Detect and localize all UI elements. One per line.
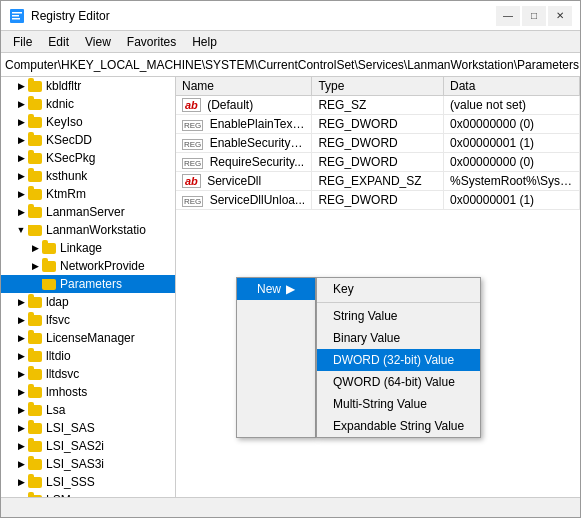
folder-icon [27,420,43,436]
folder-icon [41,240,57,256]
tree-item[interactable]: ▶ lltdio [1,347,175,365]
submenu-expandable-string-value[interactable]: Expandable String Value [317,415,480,437]
row-name: REG EnablePlainText... [176,115,312,134]
tree-item[interactable]: ▶ NetworkProvide [1,257,175,275]
submenu-binary-value[interactable]: Binary Value [317,327,480,349]
row-data: 0x00000000 (0) [444,153,580,172]
submenu: Key String Value Binary Value DWORD (32-… [316,277,481,438]
tree-item-label: LanmanWorkstatio [46,223,146,237]
table-row[interactable]: ab ServiceDll REG_EXPAND_SZ %SystemRoot%… [176,172,580,191]
expand-arrow: ▶ [15,422,27,434]
table-row[interactable]: REG RequireSecurity... REG_DWORD 0x00000… [176,153,580,172]
tree-item[interactable]: ▶ KSecDD [1,131,175,149]
tree-item[interactable]: ▶ lmhosts [1,383,175,401]
tree-item-label: lltdsvc [46,367,79,381]
expand-arrow: ▶ [15,170,27,182]
submenu-separator [317,302,480,303]
col-name[interactable]: Name [176,77,312,96]
folder-icon [41,258,57,274]
tree-item[interactable]: ▶ ldap [1,293,175,311]
window-controls: — □ ✕ [496,6,572,26]
col-data[interactable]: Data [444,77,580,96]
submenu-dword-value[interactable]: DWORD (32-bit) Value [317,349,480,371]
expand-arrow: ▶ [15,152,27,164]
submenu-qword-value[interactable]: QWORD (64-bit) Value [317,371,480,393]
tree-item[interactable]: ▶ KtmRm [1,185,175,203]
tree-item-label: Lsa [46,403,65,417]
menu-file[interactable]: File [5,33,40,51]
tree-item[interactable]: ▶ LSI_SAS [1,419,175,437]
tree-item-selected[interactable]: ▶ Parameters [1,275,175,293]
row-data: 0x00000001 (1) [444,134,580,153]
table-row[interactable]: REG EnablePlainText... REG_DWORD 0x00000… [176,115,580,134]
svg-rect-2 [12,15,19,17]
menu-view[interactable]: View [77,33,119,51]
expand-arrow: ▶ [15,458,27,470]
tree-item[interactable]: ▶ LanmanServer [1,203,175,221]
submenu-multi-string-value[interactable]: Multi-String Value [317,393,480,415]
tree-item-label: LSI_SAS [46,421,95,435]
tree-item[interactable]: ▶ Lsa [1,401,175,419]
row-type: REG_EXPAND_SZ [312,172,444,191]
tree-item-label: lmhosts [46,385,87,399]
tree-item-label: LanmanServer [46,205,125,219]
context-menu-new[interactable]: New ▶ [237,278,315,300]
tree-item[interactable]: ▶ ksthunk [1,167,175,185]
folder-icon [27,402,43,418]
table-row[interactable]: REG EnableSecuritySi... REG_DWORD 0x0000… [176,134,580,153]
tree-item-label: ksthunk [46,169,87,183]
submenu-string-value[interactable]: String Value [317,305,480,327]
registry-editor-window: Registry Editor — □ ✕ File Edit View Fav… [0,0,581,518]
row-name: REG EnableSecuritySi... [176,134,312,153]
menu-help[interactable]: Help [184,33,225,51]
row-data: 0x00000000 (0) [444,115,580,134]
folder-icon [27,78,43,94]
tree-item[interactable]: ▶ LSI_SAS3i [1,455,175,473]
tree-item[interactable]: ▶ kbldfltr [1,77,175,95]
table-row[interactable]: REG ServiceDllUnloa... REG_DWORD 0x00000… [176,191,580,210]
tree-item[interactable]: ▶ lltdsvc [1,365,175,383]
tree-item-label: LSI_SSS [46,475,95,489]
expand-arrow: ▶ [15,350,27,362]
expand-arrow: ▶ [15,404,27,416]
menu-favorites[interactable]: Favorites [119,33,184,51]
svg-rect-3 [12,18,20,20]
menu-edit[interactable]: Edit [40,33,77,51]
menu-bar: File Edit View Favorites Help [1,31,580,53]
folder-icon [27,366,43,382]
maximize-button[interactable]: □ [522,6,546,26]
expand-arrow: ▶ [15,440,27,452]
tree-pane[interactable]: ▶ kbldfltr ▶ kdnic ▶ KeyIso ▶ KSecDD ▶ [1,77,176,497]
tree-item[interactable]: ▶ kdnic [1,95,175,113]
folder-icon [27,330,43,346]
status-bar [1,497,580,517]
registry-table: Name Type Data ab (Default) REG_SZ [176,77,580,210]
expand-arrow: ▶ [15,80,27,92]
tree-item-label: ldap [46,295,69,309]
tree-item[interactable]: ▶ KeyIso [1,113,175,131]
tree-item[interactable]: ▶ LSI_SAS2i [1,437,175,455]
tree-item[interactable]: ▶ KSecPkg [1,149,175,167]
folder-icon [27,132,43,148]
tree-item[interactable]: ▶ lfsvc [1,311,175,329]
tree-item-label: NetworkProvide [60,259,145,273]
submenu-key[interactable]: Key [317,278,480,300]
expand-arrow: ▶ [29,260,41,272]
context-menu-container: New ▶ Key String Value Binary Value DWOR… [236,277,481,438]
tree-item[interactable]: ▼ LanmanWorkstatio [1,221,175,239]
tree-item[interactable]: ▶ Linkage [1,239,175,257]
minimize-button[interactable]: — [496,6,520,26]
col-type[interactable]: Type [312,77,444,96]
row-data: %SystemRoot%\System32 [444,172,580,191]
tree-item[interactable]: ▶ LicenseManager [1,329,175,347]
expand-arrow: ▶ [15,98,27,110]
close-button[interactable]: ✕ [548,6,572,26]
table-row[interactable]: ab (Default) REG_SZ (value not set) [176,96,580,115]
tree-item-label: kdnic [46,97,74,111]
folder-icon [27,294,43,310]
app-icon [9,8,25,24]
expand-arrow: ▶ [15,368,27,380]
svg-rect-1 [12,12,22,14]
row-name: REG RequireSecurity... [176,153,312,172]
tree-item[interactable]: ▶ LSI_SSS [1,473,175,491]
